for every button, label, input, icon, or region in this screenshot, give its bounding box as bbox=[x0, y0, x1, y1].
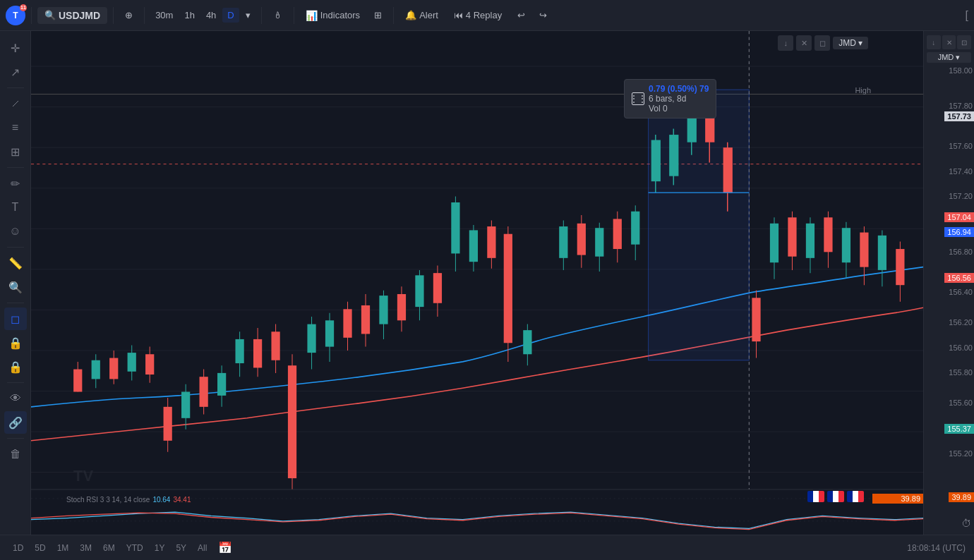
eye-tool[interactable]: 👁 bbox=[4, 387, 27, 410]
sep5 bbox=[294, 7, 294, 24]
svg-rect-93 bbox=[788, 217, 796, 256]
svg-rect-51 bbox=[397, 294, 406, 320]
text-tool[interactable]: T bbox=[4, 196, 27, 219]
measure-tool[interactable]: 📏 bbox=[4, 252, 27, 274]
chart-svg bbox=[31, 31, 923, 535]
lt-sep1 bbox=[7, 87, 24, 88]
crosshair-tool[interactable]: ✛ bbox=[4, 37, 27, 59]
svg-rect-0 bbox=[31, 31, 923, 535]
svg-rect-57 bbox=[451, 202, 459, 253]
tf-4h[interactable]: 4h bbox=[201, 8, 221, 23]
svg-rect-99 bbox=[842, 228, 850, 262]
main-layout: ✛ ↗ ⟋ ≡ ⊞ ✏ T ☺ 📏 🔍 ◻ 🔒 🔒 👁 🔗 🗑 TV ↓ ✕ bbox=[0, 31, 974, 535]
svg-rect-49 bbox=[379, 296, 387, 324]
period-5y[interactable]: 5Y bbox=[172, 542, 191, 554]
alert-btn[interactable]: 🔔 Alert bbox=[399, 7, 444, 23]
undo-btn[interactable]: ↩ bbox=[512, 7, 531, 23]
emoji-tool[interactable]: ☺ bbox=[4, 220, 27, 243]
price-axis: ↓ ✕ ⊡ JMD ▾ 158.00 157.80 157.73 157.60 … bbox=[923, 31, 974, 535]
period-5d[interactable]: 5D bbox=[30, 542, 49, 554]
tradingview-logo[interactable]: T 11 bbox=[6, 6, 25, 25]
period-all[interactable]: All bbox=[193, 542, 211, 554]
calendar-icon[interactable]: 📅 bbox=[218, 541, 232, 554]
scale-btn[interactable]: ⊡ bbox=[957, 35, 971, 49]
axis-top-controls: ↓ ✕ ⊡ JMD ▾ bbox=[924, 31, 974, 67]
period-1d[interactable]: 1D bbox=[8, 542, 28, 554]
chart-canvas[interactable]: TV ↓ ✕ ◻ JMD ▾ bbox=[31, 31, 923, 535]
price-15704-badge: 157.04 bbox=[944, 212, 974, 222]
tf-30m[interactable]: 30m bbox=[150, 8, 178, 23]
price-15656-badge: 156.56 bbox=[944, 273, 974, 283]
tf-1h[interactable]: 1h bbox=[179, 8, 199, 23]
svg-rect-97 bbox=[824, 217, 832, 252]
link-tool[interactable]: 🔗 bbox=[4, 411, 27, 434]
brush-tool[interactable]: ✏ bbox=[4, 172, 27, 195]
arrow-tool[interactable]: ↗ bbox=[4, 61, 27, 83]
svg-rect-43 bbox=[325, 320, 334, 346]
hide-tool[interactable]: 🔒 bbox=[4, 355, 27, 378]
down-arrow-btn[interactable]: ↓ bbox=[927, 35, 941, 49]
flag-icons bbox=[807, 491, 864, 502]
svg-rect-55 bbox=[433, 273, 442, 303]
trend-line-tool[interactable]: ⟋ bbox=[4, 92, 27, 115]
tf-dropdown[interactable]: ▾ bbox=[241, 8, 255, 23]
indicators-btn[interactable]: 📊 Indicators bbox=[300, 7, 366, 24]
lock-tool[interactable]: 🔒 bbox=[4, 331, 27, 354]
auto-scale-btn[interactable]: ◻ bbox=[814, 35, 830, 51]
high-label: High bbox=[855, 86, 871, 95]
period-1y[interactable]: 1Y bbox=[150, 542, 169, 554]
svg-rect-84 bbox=[705, 101, 714, 142]
svg-rect-78 bbox=[651, 140, 661, 182]
alert-label: Alert bbox=[419, 10, 438, 20]
svg-rect-76 bbox=[649, 90, 750, 360]
replay-btn[interactable]: ⏮ 4 Replay bbox=[447, 7, 509, 23]
svg-rect-29 bbox=[200, 377, 208, 407]
bar-type-btn[interactable]: 🕯 bbox=[267, 7, 288, 23]
undo-icon: ↩ bbox=[517, 10, 525, 20]
period-1m[interactable]: 1M bbox=[53, 542, 73, 554]
price-15580: 155.80 bbox=[949, 368, 973, 377]
lt-sep4 bbox=[7, 303, 24, 303]
stoch-d-value: 34.41 bbox=[173, 496, 191, 504]
period-6m[interactable]: 6M bbox=[99, 542, 119, 554]
svg-rect-63 bbox=[504, 234, 512, 343]
svg-rect-35 bbox=[253, 339, 262, 367]
fib-tool[interactable]: ≡ bbox=[4, 116, 27, 139]
trash-tool[interactable]: 🗑 bbox=[4, 443, 27, 465]
clock-icon[interactable]: ⏱ bbox=[961, 518, 971, 529]
add-indicator-btn[interactable]: ⊕ bbox=[119, 7, 138, 23]
cross-btn[interactable]: ✕ bbox=[942, 35, 956, 49]
stoch-k-value: 10.64 bbox=[152, 496, 170, 504]
svg-rect-73 bbox=[613, 219, 622, 249]
indicators-icon: 📊 bbox=[306, 10, 318, 21]
currency-selector[interactable]: JMD ▾ bbox=[833, 37, 868, 49]
price-15760: 157.60 bbox=[949, 142, 973, 150]
svg-rect-103 bbox=[878, 236, 886, 270]
scroll-down-btn[interactable]: ↓ bbox=[778, 35, 793, 51]
alert-icon: 🔔 bbox=[405, 10, 416, 20]
gann-tool[interactable]: ⊞ bbox=[4, 140, 27, 163]
svg-rect-67 bbox=[559, 226, 567, 258]
price-15560: 155.60 bbox=[949, 398, 973, 407]
layouts-btn[interactable]: ⊞ bbox=[368, 7, 387, 23]
symbol-search[interactable]: 🔍 USDJMD bbox=[37, 7, 107, 24]
svg-rect-47 bbox=[361, 305, 370, 334]
price-15680: 156.80 bbox=[949, 248, 973, 256]
svg-rect-69 bbox=[577, 224, 586, 255]
svg-rect-25 bbox=[164, 407, 172, 441]
svg-rect-91 bbox=[770, 224, 778, 262]
percent-btn[interactable]: ✕ bbox=[796, 35, 812, 51]
redo-btn[interactable]: ↪ bbox=[534, 7, 553, 23]
jmd-btn[interactable]: JMD ▾ bbox=[927, 52, 971, 63]
sep4 bbox=[261, 7, 262, 24]
period-3m[interactable]: 3M bbox=[76, 542, 96, 554]
currency-label: JMD bbox=[838, 38, 856, 48]
period-ytd[interactable]: YTD bbox=[122, 542, 148, 554]
svg-rect-82 bbox=[687, 101, 697, 142]
svg-rect-95 bbox=[806, 224, 814, 258]
tf-D[interactable]: D bbox=[222, 8, 239, 23]
magnet-tool[interactable]: ◻ bbox=[4, 308, 27, 330]
svg-rect-59 bbox=[469, 230, 478, 262]
rsi-badge: 39.89 bbox=[872, 494, 923, 504]
zoom-tool[interactable]: 🔍 bbox=[4, 276, 27, 298]
